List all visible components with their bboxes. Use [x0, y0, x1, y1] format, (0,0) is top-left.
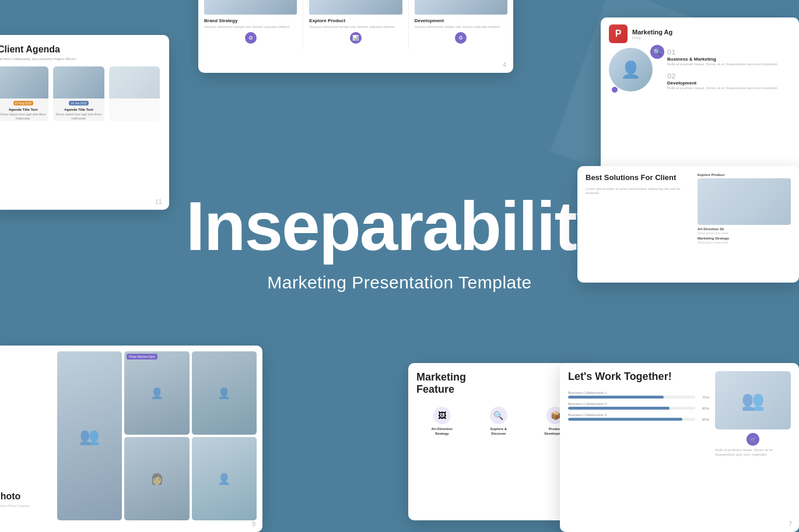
- solutions-title: Best Solutions For Client: [586, 173, 692, 182]
- slide-solutions: Best Solutions For Client Lorem ipsum do…: [577, 166, 799, 283]
- agenda-items-container: 07 Aug 2020 Agenda Title Text Donec aliq…: [0, 66, 160, 121]
- agenda-img-1: [0, 66, 48, 98]
- solutions-img: [698, 178, 791, 225]
- agenda-subtitle: get items malesuada, quis pharetra magna…: [0, 57, 160, 61]
- slide-work: Let's Work Together! Business Collaborat…: [560, 363, 799, 532]
- agenda-item-2: 19 Jan 2021 Agenda Title Text Donec aliq…: [53, 66, 104, 121]
- work-bar-fill-3: [568, 418, 682, 421]
- avatar-circle: 👤: [609, 48, 653, 91]
- agenda-title: Client Agenda: [0, 44, 160, 55]
- agency-item-title-2: Development: [667, 80, 791, 86]
- work-slide-number: 7: [789, 520, 792, 527]
- work-bar-1: Business Collaboration 1 75%: [568, 391, 709, 399]
- photo-cell-5: 👤: [192, 437, 257, 520]
- work-bar-label-2: Business Collaboration 2: [568, 402, 709, 406]
- hero-title: Inseparability: [186, 186, 614, 266]
- work-bar-label-1: Business Collaboration 1: [568, 391, 709, 394]
- agenda-date-1: 07 Aug 2020: [13, 101, 33, 105]
- features-slide-number: 4: [503, 61, 506, 68]
- agency-item-title-1: Business & Marketing: [667, 57, 791, 62]
- solutions-label-text-1: Some ipsum risus amet: [698, 231, 791, 235]
- work-left: Let's Work Together! Business Collaborat…: [568, 371, 709, 457]
- feature-icon-2: 📊: [350, 32, 362, 44]
- work-bar-pct-3: 90%: [698, 418, 709, 421]
- feature-title-2: Explore Product: [309, 18, 402, 23]
- work-title: Let's Work Together!: [568, 371, 709, 383]
- agency-title: Marketing Ag: [632, 29, 672, 36]
- solutions-right: Explore Product Art Direction Sk Some ip…: [698, 173, 791, 244]
- agency-avatar: 👤 🔍: [609, 48, 661, 96]
- solutions-label-1: Art Direction Sk: [698, 227, 791, 231]
- work-bar-label-3: Business Collaboration 3: [568, 413, 709, 417]
- photo-cell-2: Photo Moment Spot 👤: [124, 351, 189, 435]
- agenda-img-3: [109, 66, 160, 98]
- work-bar-pct-2: 80%: [698, 407, 709, 410]
- agenda-date-2: 19 Jan 2021: [69, 101, 89, 105]
- agency-list-item-1: 01 Business & Marketing Nulla at postria…: [667, 48, 791, 67]
- solutions-tag-1: Explore Product: [698, 173, 791, 177]
- solutions-desc: Lorem ipsum dolor sit amet consectetur a…: [586, 187, 692, 196]
- slide-photo: Photo Moment Photo Caption 👥 Photo Momen…: [0, 346, 262, 532]
- work-bar-3: Business Collaboration 3 90%: [568, 413, 709, 421]
- agency-item-num-1: 01: [667, 48, 791, 57]
- work-bar-bg-1: [568, 396, 695, 399]
- slide-agenda: Client Agenda get items malesuada, quis …: [0, 35, 169, 210]
- agenda-item-1: 07 Aug 2020 Agenda Title Text Donec aliq…: [0, 66, 48, 121]
- slide-agency: P Marketing Ag ency 👤 🔍 01 Business & Ma…: [601, 17, 799, 186]
- solutions-label-text-2: Some ipsum risus amet: [698, 241, 791, 244]
- photo-title-left: Photo: [0, 491, 52, 502]
- feature-icon-3: ⚙: [455, 32, 467, 44]
- mkt-icon-1: 🖼: [433, 407, 451, 424]
- agency-item-text-2: Nulla at postriam neque. Donec at so Sus…: [667, 86, 791, 91]
- marketing-icons: 🖼 Art Direction Strategy 🔍 Explore & Dis…: [416, 407, 581, 435]
- photo-caption-left: Moment Photo Caption: [0, 504, 52, 509]
- ppt-icon: P: [609, 24, 628, 43]
- marketing-item-1: 🖼 Art Direction Strategy: [416, 407, 467, 435]
- mkt-label-1: Art Direction Strategy: [431, 427, 452, 435]
- work-bar-pct-1: 75%: [698, 396, 709, 399]
- photo-cell-1: 👥: [57, 351, 122, 520]
- agency-list: 01 Business & Marketing Nulla at postria…: [667, 48, 791, 96]
- photo-cell-3: 👤: [192, 351, 257, 435]
- work-right: 👥 🛒 Nulla at postriam neque. Donec at se…: [715, 371, 791, 457]
- solutions-label-2: Marketing Strategy: [698, 237, 791, 240]
- agency-item-text-1: Nulla at postriam neque. Donec at so Sus…: [667, 62, 791, 67]
- agenda-item-text-2: Donec aliquot risus aget ante libero mal…: [53, 111, 104, 121]
- slide-features: Brand Strategy Vivamus elementum semper …: [198, 0, 513, 73]
- agenda-item-text-1: Donec aliquot risus aget ante libero mal…: [0, 111, 48, 121]
- work-bar-bg-2: [568, 407, 695, 410]
- work-bar-2: Business Collaboration 2 80%: [568, 402, 709, 410]
- hero-subtitle: Marketing Presentation Template: [267, 273, 532, 293]
- feature-text-2: Vivamus elementum semper nisl. Aenean vu…: [309, 25, 402, 29]
- agency-header: P Marketing Ag ency: [609, 24, 791, 43]
- mkt-label-2: Explore & Discover: [490, 427, 507, 435]
- feature-icon-1: ⚙: [245, 32, 257, 44]
- agenda-img-2: [53, 66, 104, 98]
- feature-title-1: Brand Strategy: [204, 18, 297, 23]
- photo-badge: Photo Moment Spot: [127, 354, 157, 360]
- mkt-icon-2: 🔍: [490, 407, 507, 424]
- search-badge-icon: 🔍: [650, 45, 664, 59]
- photo-cell-4: 👩: [124, 437, 189, 520]
- work-bars: Business Collaboration 1 75% Business Co…: [568, 391, 709, 421]
- agenda-item-3: [109, 66, 160, 121]
- marketing-title: Marketing Feature: [416, 371, 581, 395]
- feature-title-3: Development: [415, 18, 507, 23]
- work-icon-badge: 🛒: [747, 433, 759, 446]
- marketing-item-2: 🔍 Explore & Discover: [473, 407, 524, 435]
- photo-slide-number: 9: [252, 520, 255, 527]
- agenda-slide-number: 11: [155, 198, 162, 205]
- work-bar-bg-3: [568, 418, 695, 421]
- purple-dot: [612, 87, 618, 93]
- agency-content: 👤 🔍 01 Business & Marketing Nulla at pos…: [609, 48, 791, 96]
- work-desc: Nulla at postriam neque. Donec at se Sus…: [715, 448, 791, 457]
- feature-text-3: Vivamus elementum semper nisl. Aenean vu…: [415, 25, 507, 29]
- work-bar-fill-1: [568, 396, 664, 399]
- work-img: 👥: [715, 371, 791, 429]
- work-bar-fill-2: [568, 407, 670, 410]
- agency-item-num-2: 02: [667, 72, 791, 80]
- feature-text-1: Vivamus elementum semper nisl. Aenean vu…: [204, 25, 297, 29]
- solutions-left: Best Solutions For Client Lorem ipsum do…: [586, 173, 692, 244]
- agency-list-item-2: 02 Development Nulla at postriam neque. …: [667, 72, 791, 91]
